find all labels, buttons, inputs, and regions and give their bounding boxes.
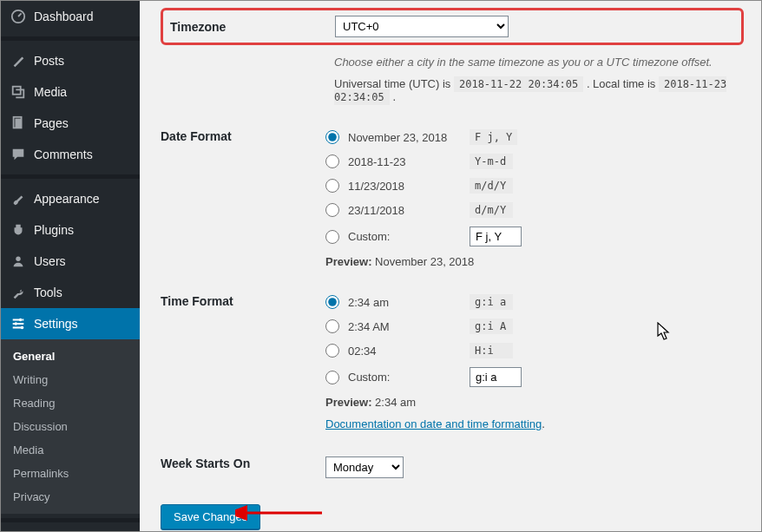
timezone-label: Timezone	[170, 20, 335, 34]
sub-general[interactable]: General	[1, 345, 140, 368]
svg-rect-3	[15, 119, 21, 128]
date-opt-2[interactable]: 11/23/2018m/d/Y	[325, 178, 744, 194]
sidebar-item-pages[interactable]: Pages	[1, 108, 140, 139]
sidebar-label: Media	[34, 85, 67, 99]
sub-permalinks[interactable]: Permalinks	[1, 462, 140, 485]
timezone-description: Choose either a city in the same timezon…	[334, 56, 744, 69]
week-select[interactable]: Monday	[325, 456, 404, 478]
time-radio-1[interactable]	[325, 319, 339, 333]
sidebar-item-plugins[interactable]: Plugins	[1, 214, 140, 246]
wrench-icon	[10, 284, 27, 301]
sub-privacy[interactable]: Privacy	[1, 485, 140, 509]
time-radio-0[interactable]	[325, 295, 339, 309]
date-format-options: November 23, 2018F j, Y 2018-11-23Y-m-d …	[325, 129, 744, 268]
sidebar-label: Posts	[34, 54, 64, 68]
time-radio-custom[interactable]	[325, 371, 339, 384]
sidebar-item-users[interactable]: Users	[1, 246, 140, 277]
date-custom-input[interactable]	[470, 227, 522, 246]
sub-discussion[interactable]: Discussion	[1, 415, 140, 438]
time-info: Universal time (UTC) is 2018-11-22 20:34…	[334, 77, 744, 103]
sidebar-label: Pages	[34, 116, 69, 130]
sidebar-label: Dashboard	[34, 10, 94, 23]
svg-point-4	[16, 257, 20, 261]
sidebar-item-settings[interactable]: Settings	[1, 308, 140, 339]
sidebar-label: Appearance	[34, 192, 100, 206]
date-radio-2[interactable]	[325, 179, 339, 193]
sidebar-label: Tools	[34, 286, 62, 299]
timezone-highlight: Timezone UTC+0	[161, 8, 744, 45]
svg-point-7	[21, 326, 24, 330]
sliders-icon	[10, 315, 27, 332]
sidebar-item-media[interactable]: Media	[1, 76, 140, 108]
comment-icon	[10, 146, 27, 163]
doc-link[interactable]: Documentation on date and time formattin…	[325, 417, 542, 430]
timezone-select[interactable]: UTC+0	[335, 16, 509, 37]
time-radio-2[interactable]	[325, 344, 339, 358]
time-custom-input[interactable]	[470, 367, 522, 387]
sidebar-item-posts[interactable]: Posts	[1, 45, 140, 76]
date-opt-custom[interactable]: Custom:	[325, 227, 744, 246]
date-radio-1[interactable]	[325, 154, 339, 168]
date-preview: Preview: November 23, 2018	[325, 255, 744, 268]
date-radio-3[interactable]	[325, 203, 339, 217]
svg-point-5	[19, 319, 23, 322]
sidebar-item-scheduled[interactable]: Scheduled Posts	[1, 527, 140, 532]
main-content: Timezone UTC+0 Choose either a city in t…	[140, 1, 761, 531]
sub-media[interactable]: Media	[1, 438, 140, 462]
time-opt-1[interactable]: 2:34 AMg:i A	[325, 319, 744, 334]
date-radio-custom[interactable]	[325, 230, 339, 244]
sidebar-label: Plugins	[34, 223, 74, 237]
settings-submenu: General Writing Reading Discussion Media…	[1, 339, 140, 514]
sidebar-item-appearance[interactable]: Appearance	[1, 183, 140, 214]
admin-sidebar: Dashboard Posts Media Pages Comments App…	[1, 1, 140, 531]
pin-icon	[10, 52, 27, 69]
week-label: Week Starts On	[161, 456, 325, 470]
sidebar-label: Settings	[34, 317, 78, 331]
sidebar-label: Comments	[34, 148, 93, 161]
date-opt-0[interactable]: November 23, 2018F j, Y	[325, 129, 744, 145]
save-button[interactable]: Save Changes	[161, 504, 260, 529]
date-format-label: Date Format	[161, 129, 325, 143]
plug-icon	[10, 221, 27, 239]
media-icon	[10, 83, 27, 101]
time-opt-custom[interactable]: Custom:	[325, 367, 744, 387]
dashboard-icon	[10, 8, 27, 25]
date-opt-3[interactable]: 23/11/2018d/m/Y	[325, 202, 744, 218]
time-format-options: 2:34 amg:i a 2:34 AMg:i A 02:34H:i Custo…	[325, 294, 744, 430]
page-icon	[10, 115, 27, 132]
time-opt-0[interactable]: 2:34 amg:i a	[325, 294, 744, 310]
svg-point-6	[15, 322, 18, 325]
utc-time-value: 2018-11-22 20:34:05	[454, 76, 583, 92]
time-opt-2[interactable]: 02:34H:i	[325, 343, 744, 358]
date-opt-1[interactable]: 2018-11-23Y-m-d	[325, 154, 744, 169]
brush-icon	[10, 190, 27, 207]
sidebar-item-comments[interactable]: Comments	[1, 139, 140, 170]
sidebar-item-tools[interactable]: Tools	[1, 277, 140, 308]
time-format-label: Time Format	[161, 294, 325, 308]
sidebar-label: Users	[34, 254, 66, 268]
sub-reading[interactable]: Reading	[1, 391, 140, 415]
time-preview: Preview: 2:34 am	[325, 396, 744, 409]
user-icon	[10, 253, 27, 270]
sidebar-item-dashboard[interactable]: Dashboard	[1, 1, 140, 32]
sub-writing[interactable]: Writing	[1, 368, 140, 391]
date-radio-0[interactable]	[325, 130, 339, 144]
